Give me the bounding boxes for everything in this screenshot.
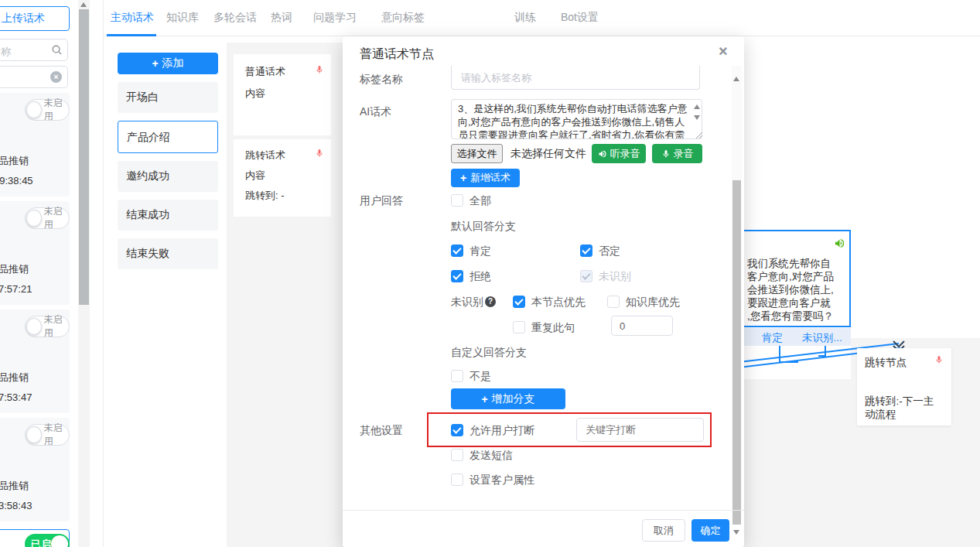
unrecognized-section-label: 未识别 [451,296,483,309]
help-icon[interactable]: ? [485,296,496,307]
modal-footer-divider [343,510,744,511]
mic-icon[interactable] [934,354,944,366]
tab-intent-labels[interactable]: 意向标签 [381,11,425,25]
all-checkbox-label: 全部 [470,194,491,208]
node-card-jump[interactable]: 跳转话术 内容 跳转到: - [234,139,331,217]
clear-icon[interactable]: × [50,71,62,83]
set-attr-checkbox[interactable] [451,473,463,486]
choose-file-button[interactable]: 选择文件 [451,144,503,163]
canvas-node-selected[interactable]: 我们系统先帮你自 客户意向,对您产品 会推送到你微信上, 要跟进意向客户就 ,您… [730,230,851,327]
modal-scrollbar[interactable] [732,66,742,510]
speaker-icon[interactable] [834,238,845,249]
negative-label: 否定 [599,244,620,258]
label-name-label: 标签名称 [360,73,403,87]
label-name-input[interactable]: 请输入标签名称 [451,66,700,90]
node-text-line: ,您看您有需要吗？ [747,309,834,323]
unrecognized-label-disabled: 未识别 [599,270,631,284]
enable-toggle[interactable]: 未启用 [25,316,70,337]
node-text-line: 客户意向,对您产品 [747,270,834,284]
flow-item-end-fail[interactable]: 结束失败 [118,238,218,269]
plus-icon: + [152,57,158,70]
ai-script-label: AI话术 [360,105,391,119]
affirm-checkbox[interactable] [451,244,463,257]
ai-script-textarea[interactable]: 3、是这样的,我们系统先帮你自动打电话筛选客户意向,对您产品有意向的客户会推送到… [451,99,702,139]
affirm-label: 肯定 [470,244,491,258]
panel-divider [103,0,104,547]
close-icon[interactable]: × [719,43,728,60]
set-attr-label: 设置客户属性 [470,473,534,487]
user-answer-label: 用户回答 [360,194,403,208]
toggle-knob [26,101,42,118]
custom-branch-title: 自定义回答分支 [451,346,527,360]
enable-toggle[interactable]: 未启用 [25,424,70,446]
repeat-checkbox[interactable] [513,321,525,333]
script-time: 3:58:43 [0,500,32,511]
refuse-checkbox[interactable] [451,270,463,282]
scroll-up-arrow[interactable] [733,77,739,81]
mic-icon[interactable] [315,147,324,159]
modal-title: 普通话术节点 [360,46,434,63]
refuse-label: 拒绝 [470,270,491,284]
tab-active-scripts[interactable]: 主动话术 [111,11,154,25]
script-time: 09:38:45 [0,175,33,186]
flow-item-opening[interactable]: 开场白 [118,82,218,113]
node-text-line: 要跟进意向客户就 [747,296,831,310]
send-sms-label: 发送短信 [470,449,513,463]
tab-bot-settings[interactable]: Bot设置 [561,11,599,25]
textarea-spin-up-icon[interactable] [694,104,700,109]
textarea-spin-down-icon[interactable] [694,115,700,120]
scrollbar-thumb[interactable] [79,9,89,305]
node-first-checkbox[interactable] [513,296,525,308]
add-script-button[interactable]: + 新增话术 [451,169,520,187]
tab-question-learning[interactable]: 问题学习 [313,11,357,25]
send-sms-checkbox[interactable] [451,449,463,461]
plus-icon: + [481,393,487,405]
cancel-button[interactable]: 取消 [642,519,685,542]
plus-icon: + [460,172,466,184]
scrollbar-thumb[interactable] [732,180,741,525]
add-flow-button[interactable]: + 添加 [118,53,218,74]
search-input[interactable]: 称 [0,39,68,61]
modal-dialog: 普通话术节点 × 标签名称 请输入标签名称 AI话术 3、是这样的,我们系统先帮… [343,36,744,547]
no-file-text: 未选择任何文件 [510,147,586,161]
bushi-checkbox[interactable] [451,370,463,382]
other-settings-label: 其他设置 [360,424,403,438]
mic-icon[interactable] [315,63,324,76]
search-icon[interactable] [51,44,63,56]
toggle-knob [26,318,42,335]
tab-knowledge-base[interactable]: 知识库 [166,11,199,25]
repeat-label: 重复此句 [531,321,575,335]
script-time: 7:53:47 [0,391,32,403]
tab-hot-words[interactable]: 热词 [271,11,292,25]
record-button[interactable]: 录音 [652,144,702,163]
node-card-normal[interactable]: 普通话术 内容 [234,54,331,135]
kb-first-label: 知识库优先 [626,296,680,309]
enable-toggle[interactable]: 未启用 [25,207,70,229]
script-time: 7:57:21 [0,283,32,295]
all-checkbox[interactable] [451,194,463,207]
negative-checkbox[interactable] [580,244,592,257]
script-name: 品推销 [0,154,29,168]
confirm-button[interactable]: 确定 [691,519,729,542]
upload-script-button[interactable]: 上传话术 [0,6,70,31]
flow-item-end-success[interactable]: 结束成功 [118,200,218,231]
tab-training[interactable]: 训练 [514,11,536,25]
node-text-line: 会推送到你微信上, [747,283,834,297]
search-placeholder: 称 [1,45,11,59]
scroll-up-arrow[interactable] [80,2,87,7]
flow-item-product-intro-selected[interactable]: 产品介绍 [118,121,218,153]
canvas-jump-node[interactable]: 跳转节点 跳转到:-下一主 动流程 [857,348,951,426]
flow-item-invite-success[interactable]: 邀约成功 [118,161,218,192]
sidebar-scrollbar[interactable] [78,0,90,547]
enable-toggle-on[interactable]: 已启用 [25,534,70,547]
script-name: 品推销 [0,479,29,493]
listen-recording-button[interactable]: 听录音 [592,144,646,163]
kb-first-checkbox[interactable] [607,296,620,308]
enable-toggle[interactable]: 未启用 [25,99,70,121]
scroll-down-arrow[interactable] [733,530,739,535]
tab-multi-turn[interactable]: 多轮会话 [213,11,257,25]
add-branch-button[interactable]: + 增加分支 [451,388,565,409]
filter-input[interactable]: × [0,66,68,88]
repeat-count-input[interactable] [611,316,673,336]
resize-handle-icon[interactable] [696,132,703,139]
